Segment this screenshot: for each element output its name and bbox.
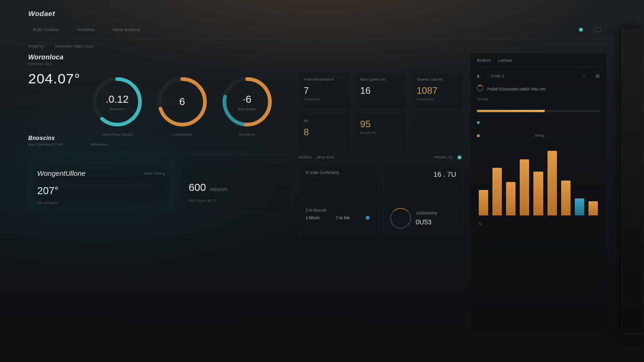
section-sub-right: Wirentesn: [91, 142, 108, 147]
bar-7[interactable]: [575, 198, 584, 215]
stat-row-2: Aelog: [477, 131, 600, 140]
right-panel: Biullors Lanlaar ◐ Cose 1 ⌂ ▧ Polotl Euo…: [470, 53, 606, 334]
mini-card-1[interactable]: Poart Bersetnprce7Pernaetuei: [298, 72, 350, 109]
headline-value: 204.07°: [28, 71, 80, 87]
card-secondary-value: 600: [189, 181, 206, 194]
progress-bar[interactable]: [477, 110, 600, 112]
toggle-icon[interactable]: [593, 27, 602, 32]
stat-dot-icon: [477, 134, 480, 137]
long-card-3[interactable]: 3.M Bocoln 1:80um7 te Me: [298, 202, 378, 235]
mini-card-4[interactable]: B08: [298, 114, 350, 150]
gauge-3-label: Exrntieme: [220, 132, 274, 137]
gauge-3-value: ·6: [243, 93, 251, 106]
long-card-2[interactable]: 16 . 7U: [383, 164, 463, 197]
long-card-1[interactable]: I0 tnde Gorleriany: [298, 164, 378, 197]
subnav-item-2[interactable]: Merentse Hiderr Juou: [56, 44, 94, 49]
device-bezel: [621, 28, 644, 334]
gauge-2[interactable]: 6 Lontontentsi: [155, 74, 209, 129]
card-wongent[interactable]: WongentUllone Juant Ineong 207° Wh Trnda…: [28, 162, 174, 212]
card-secondary-bottom: Hlt b ttuinll 86:10: [189, 198, 283, 203]
bar-chart-axis: 70: [477, 220, 600, 225]
gauge-row: .0.12Boomenrn OUM Prinnt Sclong 6 Lonton…: [90, 74, 274, 129]
card-secondary[interactable]: 600marycen Hlt b ttuinll 86:10: [180, 162, 292, 212]
mini-card-3[interactable]: Trearas rottornt1087Ssrannnced: [411, 72, 463, 109]
subnav-item-1[interactable]: Intaarrey: [28, 44, 44, 49]
gauge-3-sub: Bires Buitice: [238, 107, 256, 111]
section-title-primary: Woronloca: [28, 53, 292, 61]
gauge-1-label: OUM Prinnt Sclong: [90, 132, 145, 137]
spinner-icon: [477, 85, 483, 91]
gauge-1-sub: Boomenrn: [110, 107, 125, 111]
card-wongent-bottom: Wh Trndainl: [37, 201, 165, 205]
swirl-loader-icon: [390, 208, 411, 229]
section-sub-secondary: Bast Litrentrent Perti: [28, 142, 63, 147]
bar-4[interactable]: [533, 172, 543, 215]
right-opt-icon[interactable]: ◐: [477, 74, 481, 78]
top-tab-2[interactable]: Hovethes: [72, 25, 99, 35]
mini-card-6[interactable]: [411, 114, 463, 150]
bar-0[interactable]: [479, 190, 488, 215]
top-tab-1[interactable]: Build Vursicer: [28, 25, 64, 35]
right-opt-label[interactable]: Cose 1: [491, 74, 505, 78]
right-panel-sub: NonML: [477, 97, 600, 101]
section-subtitle-primary: Feerkalis 20.5: [28, 62, 292, 66]
main-metrics-column: Woronloca Feerkalis 20.5 204.07° .0.12Bo…: [28, 53, 292, 334]
gauge-2-value: 6: [179, 96, 185, 108]
mid-metrics-column: Poart Bersetnprce7Pernaetuei Mord goery …: [298, 53, 463, 334]
dot-indicator-icon: [458, 156, 461, 159]
card-wongent-right: Juant Ineong: [143, 171, 165, 175]
gauge-2-label: Lontontentsi: [155, 132, 209, 137]
home-icon[interactable]: ⌂: [583, 74, 585, 78]
grid-icon[interactable]: ▧: [596, 74, 600, 78]
app-brand: Wodaet: [14, 5, 616, 20]
status-indicator-icon: [579, 27, 585, 32]
bar-1[interactable]: [492, 168, 502, 215]
right-tab-1[interactable]: Biullors: [477, 58, 491, 63]
mini-card-5[interactable]: 95Brerete Fe: [355, 114, 407, 150]
bar-8[interactable]: [588, 201, 598, 215]
top-tab-3[interactable]: Wese Botterce: [108, 25, 145, 35]
gauge-1[interactable]: .0.12Boomenrn OUM Prinnt Sclong: [90, 74, 145, 129]
stat-dot-icon: [477, 121, 480, 124]
dashboard-screen: Wodaet Build Vursicer Hovethes Wese Bott…: [14, 5, 616, 338]
bar-5[interactable]: [547, 151, 557, 215]
mid-row-labels: 01/9011 Mory 0191 Pettuld | 01: [298, 155, 463, 159]
mini-card-2[interactable]: Mord goery Inu16: [355, 72, 407, 109]
card-wongent-value: 207°: [37, 185, 59, 197]
stat-row-1: [477, 119, 600, 126]
gauge-1-value: .0.12: [105, 93, 129, 106]
bar-2[interactable]: [506, 182, 515, 216]
topbar: Build Vursicer Hovethes Wese Botterce: [14, 20, 616, 39]
sub-navbar: Intaarrey Merentse Hiderr Juou: [14, 39, 616, 53]
right-panel-title: Polotl Euooceett ustbir Hits ortt: [487, 87, 546, 91]
card-secondary-unit: marycen: [209, 187, 227, 192]
right-tab-2[interactable]: Lanlaar: [499, 58, 513, 63]
bar-3[interactable]: [520, 159, 529, 215]
bar-chart: [477, 145, 600, 215]
bar-6[interactable]: [561, 181, 571, 215]
card-wongent-title: WongentUllone: [37, 169, 86, 177]
long-card-4[interactable]: 100Wzaliny 0U53: [383, 202, 463, 235]
small-dot-icon: [366, 216, 370, 220]
gauge-3[interactable]: ·6Bires Buitice Exrntieme: [220, 74, 274, 129]
